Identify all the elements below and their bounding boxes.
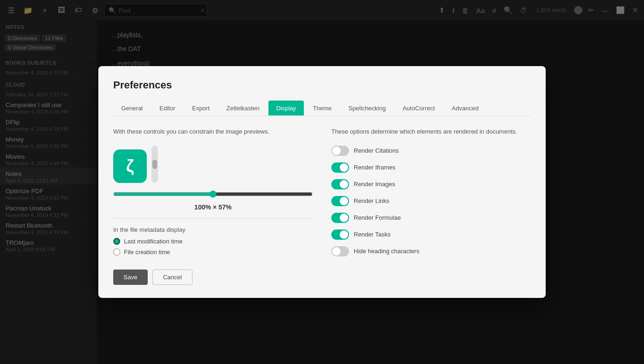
toggle-tasks-switch[interactable] xyxy=(331,229,349,240)
toggle-render-tasks: Render Tasks xyxy=(331,229,531,240)
scroll-indicator xyxy=(151,146,158,183)
toggle-tasks-label: Render Tasks xyxy=(354,231,391,238)
toggle-render-links: Render Links xyxy=(331,196,531,206)
right-description: These options determine which elements a… xyxy=(331,127,531,136)
tab-editor[interactable]: Editor xyxy=(151,101,183,115)
toggle-render-formulae: Render Formulae xyxy=(331,213,531,223)
tab-advanced[interactable]: Advanced xyxy=(444,101,486,115)
size-slider-container xyxy=(113,190,313,200)
size-slider[interactable] xyxy=(113,190,313,198)
modal-overlay: Preferences General Editor Export Zettel… xyxy=(0,0,644,364)
toggle-render-citations: Render Citations xyxy=(331,146,531,156)
modal-footer: Save Cancel xyxy=(113,270,531,285)
toggle-render-iframes: Render Iframes xyxy=(331,162,531,173)
app-icon: ζ xyxy=(113,149,147,183)
size-label: 100% × 57% xyxy=(113,203,313,211)
preferences-modal: Preferences General Editor Export Zettel… xyxy=(98,66,546,298)
toggle-images-switch[interactable] xyxy=(331,179,349,189)
toggle-heading-label: Hide heading characters xyxy=(354,248,419,255)
toggle-list: Render Citations Render Iframes Render I… xyxy=(331,146,531,256)
modal-title: Preferences xyxy=(113,79,531,91)
icon-preview: ζ xyxy=(113,146,313,183)
radio-file-creation[interactable]: File creation time xyxy=(113,249,313,256)
tab-export[interactable]: Export xyxy=(184,101,218,115)
radio-last-mod-label: Last modification time xyxy=(124,238,183,245)
toggle-citations-switch[interactable] xyxy=(331,146,349,156)
metadata-title: In the file metadata display xyxy=(113,226,313,233)
radio-last-mod-input[interactable] xyxy=(113,238,120,245)
tab-spellchecking[interactable]: Spellchecking xyxy=(341,101,394,115)
toggle-images-label: Render Images xyxy=(354,181,395,188)
radio-creation-label: File creation time xyxy=(124,249,170,256)
modal-tabs: General Editor Export Zettelkasten Displ… xyxy=(113,101,531,116)
tab-zettelkasten[interactable]: Zettelkasten xyxy=(219,101,267,115)
toggle-links-label: Render Links xyxy=(354,197,390,204)
toggle-formulae-label: Render Formulae xyxy=(354,214,401,221)
toggle-heading-switch[interactable] xyxy=(331,246,349,256)
divider xyxy=(113,218,313,219)
toggle-render-images: Render Images xyxy=(331,179,531,189)
toggle-citations-label: Render Citations xyxy=(354,147,399,154)
modal-right-panel: These options determine which elements a… xyxy=(331,127,531,256)
radio-last-modification[interactable]: Last modification time xyxy=(113,238,313,245)
toggle-links-switch[interactable] xyxy=(331,196,349,206)
toggle-hide-heading: Hide heading characters xyxy=(331,246,531,256)
radio-group: Last modification time File creation tim… xyxy=(113,238,313,256)
tab-autocorrect[interactable]: AutoCorrect xyxy=(395,101,443,115)
toggle-iframes-switch[interactable] xyxy=(331,162,349,173)
modal-body: With these controls you can constrain th… xyxy=(113,127,531,256)
left-description: With these controls you can constrain th… xyxy=(113,127,313,136)
modal-left-panel: With these controls you can constrain th… xyxy=(113,127,313,256)
tab-general[interactable]: General xyxy=(113,101,151,115)
tab-theme[interactable]: Theme xyxy=(305,101,339,115)
save-button[interactable]: Save xyxy=(113,270,148,285)
radio-creation-input[interactable] xyxy=(113,249,120,256)
tab-display[interactable]: Display xyxy=(268,101,304,115)
toggle-iframes-label: Render Iframes xyxy=(354,164,396,171)
scroll-thumb xyxy=(152,160,157,169)
cancel-button[interactable]: Cancel xyxy=(152,270,192,285)
toggle-formulae-switch[interactable] xyxy=(331,213,349,223)
